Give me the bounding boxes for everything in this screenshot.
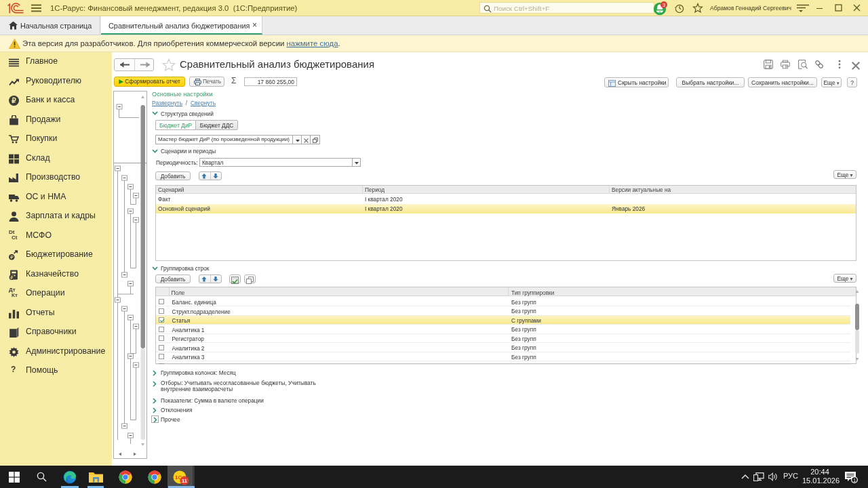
svg-text:₽: ₽ bbox=[10, 275, 13, 280]
svg-text:1: 1 bbox=[853, 478, 856, 483]
svg-text:3: 3 bbox=[663, 2, 666, 8]
svg-text:11: 11 bbox=[182, 478, 187, 484]
svg-text:₽: ₽ bbox=[10, 254, 14, 260]
svg-text:₽: ₽ bbox=[12, 97, 16, 104]
